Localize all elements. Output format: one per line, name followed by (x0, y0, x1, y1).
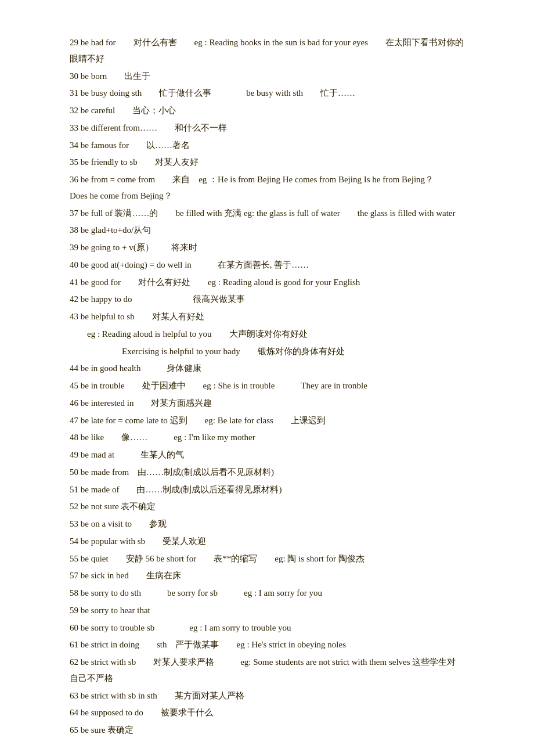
list-item: 61 be strict in doing sth 严于做某事 eg : He'… (70, 637, 464, 653)
list-item: 59 be sorry to hear that (70, 603, 464, 619)
list-item: 58 be sorry to do sth be sorry for sb eg… (70, 585, 464, 602)
list-item: 50 be made from 由……制成(制成以后看不见原材料) (70, 465, 464, 481)
list-item: 36 be from = come from 来自 eg ：He is from… (70, 172, 464, 204)
list-item: 42 be happy to do 很高兴做某事 (70, 291, 464, 308)
list-item: 65 be sure 表确定 (70, 722, 464, 739)
list-item: 63 be strict with sb in sth 某方面对某人严格 (70, 688, 464, 704)
list-item: 32 be careful 当心；小心 (70, 103, 464, 119)
list-item: 33 be different from…… 和什么不一样 (70, 120, 464, 136)
list-item: 31 be busy doing sth 忙于做什么事 be busy with… (70, 85, 464, 102)
main-content: 29 be bad for 对什么有害 eg : Reading books i… (70, 35, 464, 739)
list-item: 35 be friendly to sb 对某人友好 (70, 154, 464, 171)
list-item: 29 be bad for 对什么有害 eg : Reading books i… (70, 35, 464, 67)
list-item: 51 be made of 由……制成(制成以后还看得见原材料) (70, 482, 464, 498)
list-item: 44 be in good health 身体健康 (70, 361, 464, 377)
list-item: 64 be supposed to do 被要求干什么 (70, 705, 464, 721)
list-item: 49 be mad at 生某人的气 (70, 447, 464, 463)
list-item: 43 be helpful to sb 对某人有好处 (70, 309, 464, 325)
list-item: 41 be good for 对什么有好处 eg : Reading aloud… (70, 275, 464, 291)
list-item: 34 be famous for 以……著名 (70, 138, 464, 154)
list-item: Exercising is helpful to your bady 锻炼对你的… (70, 344, 464, 360)
list-item: 30 be born 出生于 (70, 69, 464, 85)
list-item: 38 be glad+to+do/从句 (70, 222, 464, 239)
list-item: 45 be in trouble 处于困难中 eg : She is in tr… (70, 378, 464, 394)
list-item: eg : Reading aloud is helpful to you 大声朗… (70, 326, 464, 343)
list-item: 39 be going to + v(原） 将来时 (70, 240, 464, 256)
list-item: 47 be late for = come late to 迟到 eg: Be … (70, 413, 464, 429)
list-item: 48 be like 像…… eg : I'm like my mother (70, 430, 464, 446)
list-item: 54 be popular with sb 受某人欢迎 (70, 534, 464, 550)
list-item: 40 be good at(+doing) = do well in 在某方面善… (70, 257, 464, 273)
list-item: 60 be sorry to trouble sb eg : I am sorr… (70, 620, 464, 636)
list-item: 52 be not sure 表不确定 (70, 499, 464, 515)
list-item: 46 be interested in 对某方面感兴趣 (70, 395, 464, 412)
list-item: 62 be strict with sb 对某人要求严格 eg: Some st… (70, 654, 464, 687)
list-item: 37 be full of 装满……的 be filled with 充满 eg… (70, 206, 464, 222)
list-item: 55 be quiet 安静 56 be short for 表**的缩写 eg… (70, 551, 464, 567)
list-item: 57 be sick in bed 生病在床 (70, 568, 464, 584)
list-item: 53 be on a visit to 参观 (70, 516, 464, 532)
